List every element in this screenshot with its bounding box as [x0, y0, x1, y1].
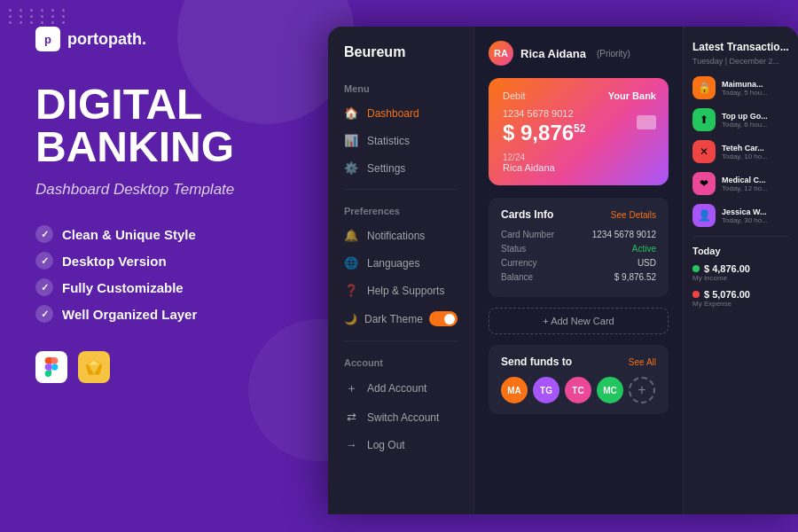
trans-time-3: Today, 10 ho...	[722, 153, 789, 160]
left-panel: p portopath. DIGITAL BANKING Dashboard D…	[0, 0, 372, 532]
feature-3: ✓Fully Customizable	[35, 278, 337, 296]
right-divider	[692, 236, 789, 237]
add-card-button[interactable]: + Add New Card	[489, 308, 669, 334]
trans-icon-1: 🔒	[692, 76, 716, 99]
info-row-number: Card Number 1234 5678 9012	[501, 230, 656, 239]
sidebar-label-settings: Settings	[367, 162, 405, 175]
trans-icon-3: ✕	[692, 140, 716, 163]
home-icon: 🏠	[344, 106, 358, 120]
feature-4: ✓Well Organized Layer	[35, 305, 337, 323]
info-row-currency: Currency USD	[501, 258, 656, 268]
stat-expense: $ 5,076.00 My Expense	[692, 289, 789, 308]
sidebar-label-logout: Log Out	[367, 439, 405, 451]
transactions-date: Tuesday | December 2...	[692, 57, 789, 66]
trans-name-4: Medical C...	[722, 176, 789, 184]
sidebar-item-add-account[interactable]: ＋ Add Account	[328, 373, 473, 403]
feature-list: ✓Clean & Unique Style ✓Desktop Version ✓…	[35, 225, 337, 323]
logo-icon: p	[35, 27, 60, 51]
user-badge: (Priority)	[597, 49, 630, 59]
sidebar-brand: Beureum	[328, 44, 473, 74]
sidebar-item-statistics[interactable]: 📊 Statistics	[328, 127, 473, 154]
avatar: RA	[489, 41, 513, 66]
send-funds-see-all[interactable]: See All	[629, 357, 656, 367]
transaction-1: 🔒 Maimuna... Today, 5 hou...	[692, 76, 789, 99]
transaction-3: ✕ Teteh Car... Today, 10 ho...	[692, 140, 789, 163]
contact-1[interactable]: MA	[501, 377, 528, 403]
income-amount: $ 4,876.00	[704, 263, 750, 274]
transaction-5: 👤 Jessica W... Today, 30 ho...	[692, 204, 789, 227]
user-name: Rica Aidana	[520, 47, 586, 60]
sidebar-item-help[interactable]: ❓ Help & Supports	[328, 277, 473, 304]
sidebar-divider-1	[344, 189, 458, 190]
cards-info-section: Cards Info See Details Card Number 1234 …	[489, 198, 669, 297]
help-icon: ❓	[344, 284, 358, 297]
hero-subtitle: Dashboard Desktop Template	[35, 181, 337, 199]
sidebar-item-languages[interactable]: 🌐 Languages	[328, 249, 473, 277]
sidebar-label-switch-account: Switch Account	[367, 411, 439, 424]
sidebar-label-add-account: Add Account	[367, 382, 426, 395]
stat-income: $ 4,876.00 My Income	[692, 263, 789, 282]
info-row-status: Status Active	[501, 244, 656, 254]
switch-icon: ⇄	[344, 411, 358, 424]
income-label: My Income	[692, 274, 789, 282]
trans-name-5: Jessica W...	[722, 207, 789, 216]
trans-icon-5: 👤	[692, 204, 716, 227]
user-header: RA Rica Aidana (Priority)	[489, 41, 669, 66]
transaction-2: ⬆ Top up Go... Today, 6 hou...	[692, 108, 789, 131]
sidebar: Beureum Menu 🏠 Dashboard 📊 Statistics ⚙️…	[328, 27, 474, 514]
info-row-balance: Balance $ 9,876.52	[501, 272, 656, 282]
transaction-4: ❤ Medical C... Today, 12 ho...	[692, 172, 789, 195]
dashboard-mockup: Beureum Menu 🏠 Dashboard 📊 Statistics ⚙️…	[328, 27, 798, 514]
sidebar-item-logout[interactable]: → Log Out	[328, 431, 473, 458]
feature-1: ✓Clean & Unique Style	[35, 225, 337, 243]
card-expiry: 12/24	[503, 153, 654, 162]
cards-info-header: Cards Info See Details	[501, 208, 656, 221]
sidebar-item-switch-account[interactable]: ⇄ Switch Account	[328, 403, 473, 431]
card-number: 1234 5678 9012	[503, 108, 654, 119]
card-bank: Your Bank	[608, 90, 656, 101]
contact-4[interactable]: MC	[597, 377, 623, 403]
sidebar-pref-label: Preferences	[328, 197, 473, 222]
contacts-row: MA TG TC MC +	[501, 377, 656, 403]
plus-icon: ＋	[344, 380, 358, 396]
logout-icon: →	[344, 438, 358, 451]
moon-icon: 🌙	[344, 313, 357, 325]
trans-icon-4: ❤	[692, 172, 716, 195]
sidebar-item-notifications[interactable]: 🔔 Notifications	[328, 222, 473, 249]
tool-icons	[35, 351, 337, 383]
income-dot	[692, 265, 700, 272]
expense-dot	[692, 291, 700, 298]
gear-icon: ⚙️	[344, 161, 358, 175]
logo-area: p portopath.	[35, 27, 337, 51]
trans-name-3: Teteh Car...	[722, 144, 789, 153]
contact-2[interactable]: TG	[533, 377, 559, 403]
dark-theme-toggle[interactable]	[429, 311, 458, 326]
main-content: RA Rica Aidana (Priority) Debit Your Ban…	[474, 27, 683, 514]
sidebar-label-dashboard: Dashboard	[367, 107, 419, 120]
trans-time-4: Today, 12 ho...	[722, 184, 789, 192]
transactions-title: Latest Transactio...	[692, 41, 789, 53]
add-contact-button[interactable]: +	[629, 377, 655, 403]
chart-icon: 📊	[344, 134, 358, 147]
send-funds-section: Send funds to See All MA TG TC MC +	[489, 345, 669, 414]
card-chip	[637, 115, 656, 129]
check-icon-1: ✓	[35, 225, 53, 243]
debit-card: Debit Your Bank 1234 5678 9012 $ 9,87652…	[489, 78, 669, 185]
cards-info-see-details[interactable]: See Details	[611, 210, 656, 220]
sidebar-item-settings[interactable]: ⚙️ Settings	[328, 154, 473, 182]
bell-icon: 🔔	[344, 229, 358, 242]
sidebar-item-dashboard[interactable]: 🏠 Dashboard	[328, 99, 473, 127]
check-icon-4: ✓	[35, 305, 53, 323]
sketch-icon	[78, 351, 110, 383]
check-icon-3: ✓	[35, 278, 53, 296]
card-balance: $ 9,87652	[503, 121, 654, 145]
trans-time-5: Today, 30 ho...	[722, 216, 789, 224]
brand-name: portopath.	[67, 30, 146, 49]
hero-title: DIGITAL BANKING	[35, 83, 337, 168]
contact-3[interactable]: TC	[565, 377, 591, 403]
sidebar-menu-label: Menu	[328, 74, 473, 99]
sidebar-label-statistics: Statistics	[367, 135, 410, 147]
cards-info-title: Cards Info	[501, 208, 553, 221]
sidebar-label-languages: Languages	[367, 257, 419, 270]
trans-icon-2: ⬆	[692, 108, 716, 131]
